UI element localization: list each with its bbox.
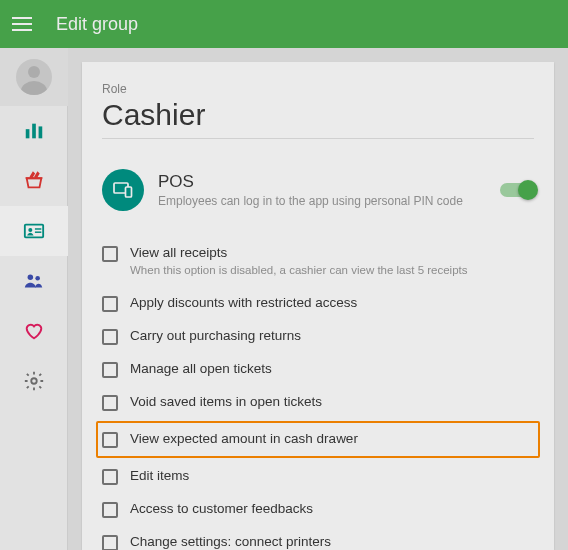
checkbox[interactable] [102,469,118,485]
svg-rect-5 [34,228,40,229]
sidebar-item-settings[interactable] [0,356,68,406]
divider [102,138,534,139]
sidebar [0,48,68,550]
svg-rect-2 [38,126,42,138]
main: Role Cashier POS Employees can log in to… [68,48,568,550]
id-card-icon [23,220,45,242]
checkbox[interactable] [102,395,118,411]
permission-sub: When this option is disabled, a cashier … [130,263,534,279]
checkbox[interactable] [102,432,118,448]
permission-label: Apply discounts with restricted access [130,295,534,310]
people-icon [23,270,45,292]
permission-label: View all receipts [130,245,534,260]
checkbox[interactable] [102,296,118,312]
menu-icon[interactable] [12,12,36,36]
checkbox[interactable] [102,535,118,550]
pos-icon [102,169,144,211]
svg-rect-11 [126,187,132,197]
pos-toggle[interactable] [500,183,534,197]
toggle-knob [518,180,538,200]
sidebar-item-stats[interactable] [0,106,68,156]
checkbox[interactable] [102,246,118,262]
svg-point-7 [27,275,32,281]
sidebar-item-people[interactable] [0,256,68,306]
permission-row[interactable]: Manage all open tickets [102,353,534,386]
sidebar-item-heart[interactable] [0,306,68,356]
section-pos: POS Employees can log in to the app usin… [102,169,534,211]
permission-label: Edit items [130,468,534,483]
permission-label: Carry out purchasing returns [130,328,534,343]
sidebar-item-id-card[interactable] [0,206,68,256]
avatar [16,59,52,95]
permission-row[interactable]: Access to customer feedbacks [102,493,534,526]
section-subtitle: Employees can log in to the app using pe… [158,194,486,208]
permission-row[interactable]: View expected amount in cash drawer [96,421,540,458]
svg-rect-1 [32,124,36,139]
permission-label: Manage all open tickets [130,361,534,376]
permission-label: Void saved items in open tickets [130,394,534,409]
permission-row[interactable]: Edit items [102,460,534,493]
permission-label: Access to customer feedbacks [130,501,534,516]
role-card: Role Cashier POS Employees can log in to… [82,62,554,550]
checkbox[interactable] [102,329,118,345]
svg-point-8 [35,276,40,281]
permission-row[interactable]: Apply discounts with restricted access [102,287,534,320]
permission-label: Change settings: connect printers [130,534,534,549]
role-label: Role [102,82,534,96]
role-value: Cashier [102,98,534,132]
checkbox[interactable] [102,502,118,518]
svg-point-9 [31,378,37,384]
page-title: Edit group [56,14,138,35]
svg-rect-0 [25,129,29,138]
topbar: Edit group [0,0,568,48]
svg-rect-6 [34,231,40,232]
permission-row[interactable]: View all receiptsWhen this option is dis… [102,237,534,287]
stats-icon [23,120,45,142]
heart-icon [23,320,45,342]
basket-icon [23,170,45,192]
permission-row[interactable]: Change settings: connect printers [102,526,534,550]
avatar-wrap[interactable] [0,48,68,106]
devices-icon [111,178,135,202]
checkbox[interactable] [102,362,118,378]
sidebar-item-basket[interactable] [0,156,68,206]
section-title: POS [158,172,486,192]
permission-row[interactable]: Carry out purchasing returns [102,320,534,353]
gear-icon [23,370,45,392]
permissions-list: View all receiptsWhen this option is dis… [102,237,534,550]
permission-row[interactable]: Void saved items in open tickets [102,386,534,419]
svg-point-4 [28,228,32,232]
permission-label: View expected amount in cash drawer [130,431,534,446]
